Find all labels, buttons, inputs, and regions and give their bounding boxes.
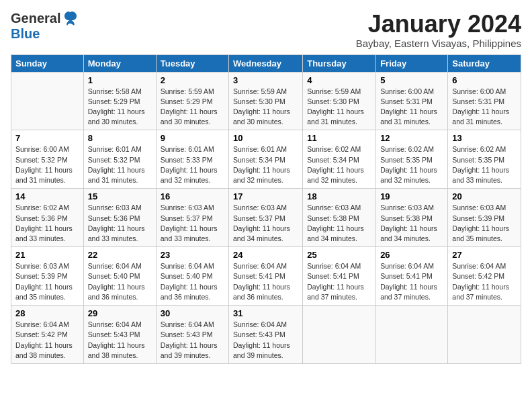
day-detail: Sunrise: 6:04 AM Sunset: 5:41 PM Dayligh… [233, 261, 298, 302]
logo-blue-text: Blue [11, 26, 40, 42]
calendar-cell: 28Sunrise: 6:04 AM Sunset: 5:42 PM Dayli… [11, 306, 84, 364]
day-detail: Sunrise: 6:02 AM Sunset: 5:35 PM Dayligh… [452, 144, 517, 185]
week-row-3: 14Sunrise: 6:02 AM Sunset: 5:36 PM Dayli… [11, 189, 521, 247]
calendar-cell: 20Sunrise: 6:03 AM Sunset: 5:39 PM Dayli… [448, 189, 521, 247]
calendar-cell: 27Sunrise: 6:04 AM Sunset: 5:42 PM Dayli… [448, 247, 521, 306]
calendar-cell: 22Sunrise: 6:04 AM Sunset: 5:40 PM Dayli… [83, 247, 156, 306]
calendar-cell: 6Sunrise: 6:00 AM Sunset: 5:31 PM Daylig… [448, 72, 521, 130]
day-number: 31 [233, 308, 298, 318]
day-number: 25 [307, 250, 371, 260]
day-detail: Sunrise: 6:03 AM Sunset: 5:38 PM Dayligh… [307, 203, 371, 244]
day-detail: Sunrise: 6:04 AM Sunset: 5:43 PM Dayligh… [161, 320, 224, 361]
weekday-header-friday: Friday [376, 54, 448, 72]
calendar-cell: 30Sunrise: 6:04 AM Sunset: 5:43 PM Dayli… [156, 306, 228, 364]
day-number: 30 [161, 308, 224, 318]
day-number: 9 [161, 133, 224, 143]
weekday-header-tuesday: Tuesday [156, 54, 228, 72]
calendar-cell: 9Sunrise: 6:01 AM Sunset: 5:33 PM Daylig… [156, 130, 228, 189]
week-row-4: 21Sunrise: 6:03 AM Sunset: 5:39 PM Dayli… [11, 247, 521, 306]
day-number: 14 [15, 191, 79, 201]
day-detail: Sunrise: 6:03 AM Sunset: 5:39 PM Dayligh… [452, 203, 517, 244]
week-row-2: 7Sunrise: 6:00 AM Sunset: 5:32 PM Daylig… [11, 130, 521, 189]
day-number: 19 [380, 191, 443, 201]
day-detail: Sunrise: 5:58 AM Sunset: 5:29 PM Dayligh… [88, 87, 152, 128]
calendar-cell: 3Sunrise: 5:59 AM Sunset: 5:30 PM Daylig… [229, 72, 303, 130]
day-detail: Sunrise: 6:04 AM Sunset: 5:40 PM Dayligh… [88, 261, 152, 302]
day-detail: Sunrise: 6:04 AM Sunset: 5:41 PM Dayligh… [380, 261, 443, 302]
calendar-cell: 11Sunrise: 6:02 AM Sunset: 5:34 PM Dayli… [303, 130, 376, 189]
day-detail: Sunrise: 5:59 AM Sunset: 5:30 PM Dayligh… [307, 87, 371, 128]
day-detail: Sunrise: 6:04 AM Sunset: 5:43 PM Dayligh… [233, 320, 298, 361]
day-detail: Sunrise: 6:00 AM Sunset: 5:32 PM Dayligh… [15, 144, 79, 185]
calendar-cell: 16Sunrise: 6:03 AM Sunset: 5:37 PM Dayli… [156, 189, 228, 247]
weekday-header-wednesday: Wednesday [229, 54, 303, 72]
day-detail: Sunrise: 6:04 AM Sunset: 5:40 PM Dayligh… [161, 261, 224, 302]
title-block: January 2024 Baybay, Eastern Visayas, Ph… [356, 11, 521, 49]
week-row-5: 28Sunrise: 6:04 AM Sunset: 5:42 PM Dayli… [11, 306, 521, 364]
calendar-cell: 1Sunrise: 5:58 AM Sunset: 5:29 PM Daylig… [83, 72, 156, 130]
day-detail: Sunrise: 5:59 AM Sunset: 5:29 PM Dayligh… [161, 87, 224, 128]
day-detail: Sunrise: 6:03 AM Sunset: 5:36 PM Dayligh… [88, 203, 152, 244]
day-number: 7 [15, 133, 79, 143]
day-detail: Sunrise: 6:01 AM Sunset: 5:34 PM Dayligh… [233, 144, 298, 185]
day-detail: Sunrise: 6:04 AM Sunset: 5:41 PM Dayligh… [307, 261, 371, 302]
calendar-cell [376, 306, 448, 364]
page-header: General Blue January 2024 Baybay, Easter… [11, 11, 521, 49]
day-detail: Sunrise: 6:01 AM Sunset: 5:33 PM Dayligh… [161, 144, 224, 185]
day-detail: Sunrise: 6:04 AM Sunset: 5:43 PM Dayligh… [88, 320, 152, 361]
calendar-cell: 13Sunrise: 6:02 AM Sunset: 5:35 PM Dayli… [448, 130, 521, 189]
day-number: 11 [307, 133, 371, 143]
day-detail: Sunrise: 6:02 AM Sunset: 5:36 PM Dayligh… [15, 203, 79, 244]
calendar-cell [303, 306, 376, 364]
calendar-cell: 26Sunrise: 6:04 AM Sunset: 5:41 PM Dayli… [376, 247, 448, 306]
calendar-cell: 29Sunrise: 6:04 AM Sunset: 5:43 PM Dayli… [83, 306, 156, 364]
calendar-cell: 25Sunrise: 6:04 AM Sunset: 5:41 PM Dayli… [303, 247, 376, 306]
calendar-cell: 12Sunrise: 6:02 AM Sunset: 5:35 PM Dayli… [376, 130, 448, 189]
calendar-cell [448, 306, 521, 364]
calendar-cell: 15Sunrise: 6:03 AM Sunset: 5:36 PM Dayli… [83, 189, 156, 247]
calendar-cell: 14Sunrise: 6:02 AM Sunset: 5:36 PM Dayli… [11, 189, 84, 247]
day-number: 6 [452, 75, 517, 85]
day-detail: Sunrise: 6:00 AM Sunset: 5:31 PM Dayligh… [380, 87, 443, 128]
calendar-cell: 10Sunrise: 6:01 AM Sunset: 5:34 PM Dayli… [229, 130, 303, 189]
calendar-cell [11, 72, 84, 130]
calendar-cell: 17Sunrise: 6:03 AM Sunset: 5:37 PM Dayli… [229, 189, 303, 247]
day-number: 22 [88, 250, 152, 260]
day-number: 27 [452, 250, 517, 260]
day-number: 23 [161, 250, 224, 260]
day-detail: Sunrise: 6:03 AM Sunset: 5:38 PM Dayligh… [380, 203, 443, 244]
day-number: 21 [15, 250, 79, 260]
calendar-table: SundayMondayTuesdayWednesdayThursdayFrid… [11, 54, 521, 364]
day-number: 18 [307, 191, 371, 201]
day-number: 20 [452, 191, 517, 201]
day-number: 1 [88, 75, 152, 85]
day-detail: Sunrise: 6:02 AM Sunset: 5:35 PM Dayligh… [380, 144, 443, 185]
day-number: 10 [233, 133, 298, 143]
month-title: January 2024 [356, 11, 521, 38]
logo-bird-icon [62, 11, 78, 26]
day-detail: Sunrise: 6:04 AM Sunset: 5:42 PM Dayligh… [15, 320, 79, 361]
day-detail: Sunrise: 6:04 AM Sunset: 5:42 PM Dayligh… [452, 261, 517, 302]
day-number: 16 [161, 191, 224, 201]
location-text: Baybay, Eastern Visayas, Philippines [356, 38, 521, 49]
day-number: 13 [452, 133, 517, 143]
day-number: 28 [15, 308, 79, 318]
day-detail: Sunrise: 6:03 AM Sunset: 5:37 PM Dayligh… [161, 203, 224, 244]
weekday-header-sunday: Sunday [11, 54, 84, 72]
calendar-cell: 21Sunrise: 6:03 AM Sunset: 5:39 PM Dayli… [11, 247, 84, 306]
weekday-header-row: SundayMondayTuesdayWednesdayThursdayFrid… [11, 54, 521, 72]
day-detail: Sunrise: 6:01 AM Sunset: 5:32 PM Dayligh… [88, 144, 152, 185]
calendar-cell: 19Sunrise: 6:03 AM Sunset: 5:38 PM Dayli… [376, 189, 448, 247]
day-number: 24 [233, 250, 298, 260]
day-number: 4 [307, 75, 371, 85]
day-number: 2 [161, 75, 224, 85]
day-detail: Sunrise: 6:02 AM Sunset: 5:34 PM Dayligh… [307, 144, 371, 185]
day-number: 3 [233, 75, 298, 85]
calendar-cell: 31Sunrise: 6:04 AM Sunset: 5:43 PM Dayli… [229, 306, 303, 364]
calendar-cell: 4Sunrise: 5:59 AM Sunset: 5:30 PM Daylig… [303, 72, 376, 130]
day-number: 15 [88, 191, 152, 201]
weekday-header-monday: Monday [83, 54, 156, 72]
calendar-cell: 2Sunrise: 5:59 AM Sunset: 5:29 PM Daylig… [156, 72, 228, 130]
weekday-header-saturday: Saturday [448, 54, 521, 72]
calendar-cell: 8Sunrise: 6:01 AM Sunset: 5:32 PM Daylig… [83, 130, 156, 189]
